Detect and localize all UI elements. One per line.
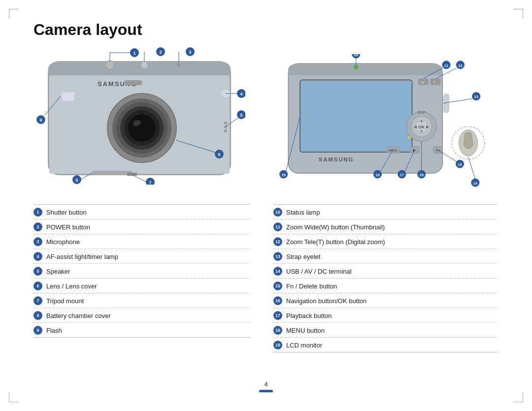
label-text: Speaker <box>46 268 70 275</box>
label-row: 14USB / AV / DC terminal <box>273 264 498 279</box>
svg-point-21 <box>177 63 181 67</box>
label-badge: 11 <box>273 222 282 231</box>
svg-text:4: 4 <box>240 92 242 96</box>
svg-text:2: 2 <box>159 50 162 55</box>
svg-text:5: 5 <box>240 113 242 118</box>
label-row: 4AF-assist light/timer lamp <box>33 249 250 264</box>
label-row: 3Microphone <box>33 234 250 249</box>
label-badge: 13 <box>273 252 282 261</box>
page-number: 4 <box>259 380 273 392</box>
svg-text:12: 12 <box>458 63 462 68</box>
svg-text:T: T <box>433 80 435 85</box>
label-row: 7Tripod mount <box>33 293 250 308</box>
label-text: Zoom Wide(W) button (Thumbnail) <box>286 223 385 231</box>
svg-rect-12 <box>125 80 142 85</box>
svg-rect-56 <box>301 81 411 151</box>
svg-line-43 <box>132 175 147 182</box>
svg-rect-59 <box>431 78 441 85</box>
corner-mark-bl <box>9 392 19 402</box>
label-badge: 15 <box>273 282 282 290</box>
label-badge: 9 <box>33 326 42 335</box>
svg-rect-54 <box>288 70 442 75</box>
label-text: USB / AV / DC terminal <box>286 268 352 275</box>
svg-text:MENU: MENU <box>388 149 398 152</box>
page-bar <box>259 390 273 392</box>
page-title: Camera layout <box>33 21 142 39</box>
svg-rect-2 <box>48 69 231 75</box>
label-row: 13Strap eyelet <box>273 249 498 264</box>
label-row: 5Speaker <box>33 264 250 279</box>
svg-point-9 <box>128 114 156 142</box>
label-text: Lens / Lens cover <box>46 283 97 290</box>
svg-rect-22 <box>93 171 132 175</box>
label-row: 16Navigation button/OK button <box>273 293 498 308</box>
svg-text:9: 9 <box>39 118 42 123</box>
svg-text:W: W <box>421 80 425 85</box>
label-badge: 3 <box>33 237 42 246</box>
svg-text:18: 18 <box>375 173 379 177</box>
camera-back-illustration: SAMSUNG W T OK DSP ▲ ▼ ◀ ▶ ⚡ ▶ Fn MENU <box>276 54 488 192</box>
svg-text:▶: ▶ <box>426 125 430 129</box>
svg-text:Fn: Fn <box>435 148 440 153</box>
label-badge: 17 <box>273 311 282 320</box>
label-badge: 5 <box>33 267 42 276</box>
label-badge: 4 <box>33 252 42 261</box>
svg-text:15: 15 <box>458 162 462 167</box>
label-text: Navigation button/OK button <box>286 297 366 305</box>
label-row: 12Zoom Tele(T) button (Digital zoom) <box>273 234 498 249</box>
svg-text:19: 19 <box>281 173 285 177</box>
label-row: 2POWER button <box>33 220 250 234</box>
label-text: Microphone <box>46 238 80 246</box>
svg-text:7: 7 <box>149 180 151 185</box>
labels-left: 1Shutter button2POWER button3Microphone4… <box>33 204 250 338</box>
svg-text:14: 14 <box>473 181 478 186</box>
camera-front-illustration: SAMSUNG 1 2 3 <box>33 47 245 185</box>
label-text: Zoom Tele(T) button (Digital zoom) <box>286 238 385 246</box>
label-text: Playback button <box>286 312 332 319</box>
label-badge: 19 <box>273 341 282 349</box>
label-row: 18MENU button <box>273 323 498 338</box>
label-badge: 8 <box>33 311 42 320</box>
svg-text:SAMSUNG: SAMSUNG <box>319 157 354 162</box>
label-badge: 14 <box>273 267 282 276</box>
svg-text:10: 10 <box>354 54 358 57</box>
svg-point-18 <box>224 129 227 132</box>
label-row: 10Status lamp <box>273 204 498 220</box>
label-badge: 6 <box>33 282 42 290</box>
page-number-text: 4 <box>264 380 267 388</box>
label-row: 19LCD monitor <box>273 338 498 352</box>
corner-mark-br <box>513 392 523 402</box>
label-text: Battery chamber cover <box>46 312 111 319</box>
svg-text:6: 6 <box>218 152 220 157</box>
svg-rect-23 <box>127 173 137 176</box>
svg-text:▼: ▼ <box>420 129 424 133</box>
label-badge: 10 <box>273 208 282 217</box>
label-text: Status lamp <box>286 209 320 216</box>
svg-text:13: 13 <box>474 95 478 99</box>
svg-text:DSP: DSP <box>418 110 426 115</box>
label-row: 11Zoom Wide(W) button (Thumbnail) <box>273 220 498 234</box>
label-text: Tripod mount <box>46 297 84 305</box>
svg-text:⚡: ⚡ <box>407 135 412 140</box>
svg-text:11: 11 <box>444 63 448 68</box>
label-badge: 7 <box>33 296 42 305</box>
label-badge: 12 <box>273 237 282 246</box>
svg-rect-14 <box>62 92 74 101</box>
svg-text:3: 3 <box>189 50 191 55</box>
label-text: Fn / Delete button <box>286 283 337 290</box>
label-row: 1Shutter button <box>33 204 250 220</box>
label-text: Shutter button <box>46 209 87 216</box>
svg-point-20 <box>141 62 148 68</box>
label-row: 6Lens / Lens cover <box>33 279 250 293</box>
label-row: 17Playback button <box>273 308 498 323</box>
label-badge: 1 <box>33 208 42 217</box>
label-text: AF-assist light/timer lamp <box>46 253 118 260</box>
labels-right: 10Status lamp11Zoom Wide(W) button (Thum… <box>273 204 498 352</box>
svg-text:17: 17 <box>400 173 404 177</box>
svg-text:16: 16 <box>419 173 423 177</box>
label-badge: 2 <box>33 222 42 231</box>
label-text: LCD monitor <box>286 342 322 349</box>
corner-mark-tr <box>513 9 523 19</box>
svg-text:▲: ▲ <box>420 119 424 123</box>
label-row: 15Fn / Delete button <box>273 279 498 293</box>
